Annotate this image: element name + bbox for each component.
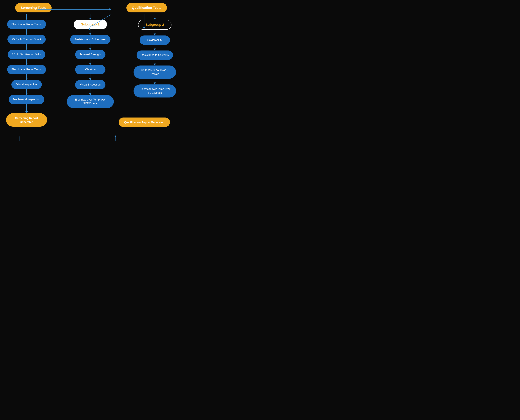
subgroup1-header: Subgroup 1 — [74, 20, 107, 29]
diagram: Screening Tests Qualification Tests Elec… — [0, 0, 182, 147]
svg-marker-9 — [114, 135, 116, 137]
screening-node-5: Mechanical Inspection — [9, 95, 44, 104]
screening-node-3: Electrical at Room Temp. — [7, 65, 46, 74]
screening-tests-header: Screening Tests — [15, 3, 52, 12]
screening-column: Electrical at Room Temp. 25 Cycle Therma… — [6, 14, 47, 127]
subgroup2-node-2: Life Test 500 hours at RF Power — [134, 66, 176, 79]
qualification-tests-header: Qualification Tests — [126, 3, 167, 12]
subgroup2-node-0: Solderability — [140, 36, 170, 45]
subgroup1-node-4: Electrical over Temp IAW SCD/Specs — [67, 95, 114, 108]
subgroup2-node-1: Resistance to Solvents — [137, 51, 173, 60]
subgroup1-node-0: Resistance to Solder Heat — [70, 35, 110, 44]
subgroup2-column: Subgroup 2 Solderability Resistance to S… — [134, 14, 176, 114]
subgroup1-node-1: Terminal Strength — [75, 50, 106, 59]
subgroup2-node-3: Electrical over Temp IAW SCD/Specs — [134, 84, 176, 98]
screening-node-2: 96 Hr Stabilization Bake — [8, 50, 45, 59]
subgroup1-column: Subgroup 1 Resistance to Solder Heat Ter… — [67, 14, 114, 108]
subgroup1-node-3: Visual Inspection — [75, 80, 106, 89]
screening-tests-label: Screening Tests — [21, 6, 46, 9]
screening-node-0: Electrical at Room Temp. — [7, 20, 46, 29]
screening-node-1: 25 Cycle Thermal Shock — [8, 35, 46, 44]
screening-node-4: Visual Inspection — [11, 80, 42, 89]
qualification-tests-label: Qualification Tests — [132, 6, 161, 9]
subgroup1-node-2: Vibration — [75, 65, 106, 74]
qualification-report-node: Qualification Report Generated — [119, 118, 170, 127]
subgroup2-header: Subgroup 2 — [138, 20, 171, 30]
